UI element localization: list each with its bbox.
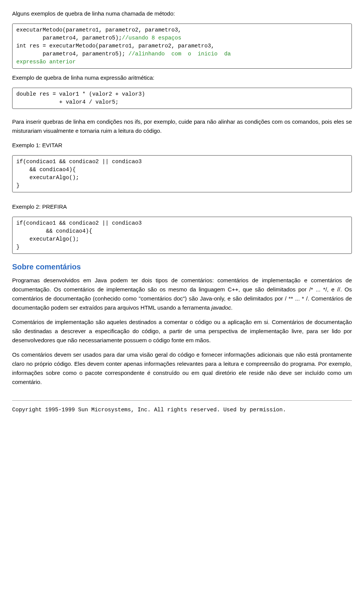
- code-comment: //alinhando com o inicio da: [129, 51, 231, 57]
- code-block-3: if(condicao1 && condicao2 || condicao3 &…: [12, 155, 352, 192]
- code-line: executarAlgo();: [16, 236, 79, 242]
- code-comment: expressão anterior: [16, 59, 76, 65]
- evitar-label: Exemplo 1: EVITAR: [12, 141, 352, 150]
- code-block-2: double res = valor1 * (valor2 + valor3) …: [12, 88, 352, 109]
- code-line: && condicao4){: [16, 228, 92, 234]
- code-line: if(condicao1 && condicao2 || condicao3: [16, 159, 142, 165]
- code-line: executarAlgo();: [16, 175, 79, 181]
- code-line: }: [16, 244, 20, 250]
- prefira-label: Exemplo 2: PREFIRA: [12, 202, 352, 211]
- intro-text: Alguns exemplos de quebra de linha numa …: [12, 9, 352, 18]
- text-span: .: [231, 304, 232, 311]
- section-heading-comments: Sobre comentários: [12, 261, 352, 273]
- code-block-4: if(condicao1 && condicao2 || condicao3 &…: [12, 217, 352, 254]
- code-line: && condicao4){: [16, 167, 76, 173]
- code-line: int res = executarMetodo(parametro1, par…: [16, 43, 214, 49]
- arith-text: Exemplo de quebra de linha numa expressã…: [12, 73, 352, 82]
- comments-para-2: Comentários de implementação são aqueles…: [12, 318, 352, 345]
- ifbreak-text: Para inserir quebras de linha em condiçõ…: [12, 117, 352, 135]
- copyright-footer: Copyright 1995-1999 Sun Microsystems, In…: [12, 400, 352, 414]
- code-line: }: [16, 183, 20, 189]
- code-line: executarMetodo(parametro1, parametro2, p…: [16, 27, 181, 33]
- code-line: parametro4, parametro5);: [16, 35, 122, 41]
- text-span: Programas desenvolvidos em Java podem te…: [12, 277, 352, 311]
- code-line: if(condicao1 && condicao2 || condicao3: [16, 220, 142, 226]
- code-line: double res = valor1 * (valor2 + valor3): [16, 91, 145, 97]
- code-comment: //usando 8 espaços: [122, 35, 181, 41]
- comments-para-1: Programas desenvolvidos em Java podem te…: [12, 276, 352, 312]
- code-line: parametro4, paramentro5);: [16, 51, 129, 57]
- code-line: + valor4 / valor5;: [16, 99, 119, 105]
- code-block-1: executarMetodo(parametro1, parametro2, p…: [12, 24, 352, 69]
- javadoc-word: javadoc: [212, 304, 231, 311]
- comments-para-3: Os comentários devem ser usados para dar…: [12, 350, 352, 387]
